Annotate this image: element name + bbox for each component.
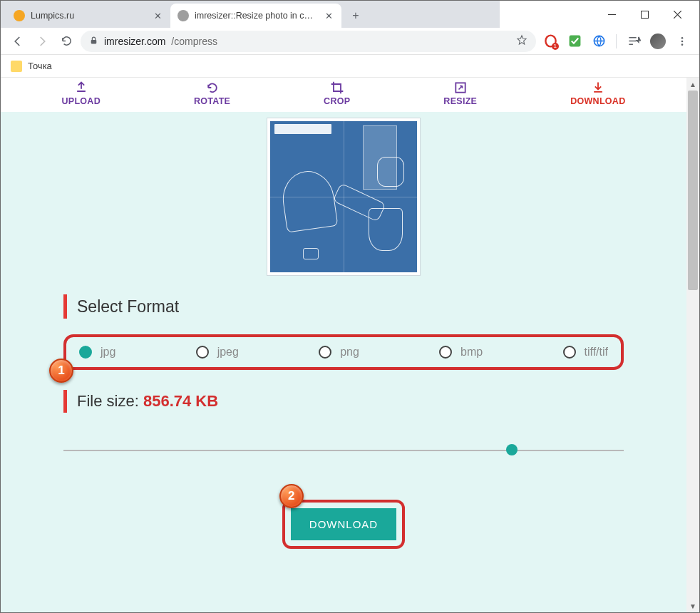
crop-icon [330,81,344,95]
bookmark-folder-icon [11,61,22,72]
step-crop[interactable]: CROP [324,81,350,106]
svg-rect-1 [641,11,648,18]
svg-rect-2 [91,39,97,43]
rotate-icon [205,81,220,95]
download-annotation-box: DOWNLOAD 2 [282,500,405,549]
step-label: ROTATE [194,96,230,106]
file-size-text: File size: 856.74 KB [77,392,218,411]
back-button[interactable] [8,31,28,51]
image-preview-area [1,116,686,289]
favicon-icon [14,10,25,21]
new-tab-button[interactable]: + [346,6,366,26]
slider-track [63,450,624,451]
favicon-icon [177,10,189,21]
download-button-wrap: DOWNLOAD 2 [1,500,686,549]
tab-lumpics[interactable]: Lumpics.ru ✕ [6,4,170,28]
url-path: /compress [171,36,217,47]
extension-badge: 1 [552,43,559,50]
radio-icon [196,346,209,359]
image-preview-frame [267,118,421,276]
format-label: tiff/tif [585,346,609,359]
url-host: imresizer.com [104,36,165,47]
vertical-scrollbar[interactable]: ▲ ▼ [686,78,699,612]
address-bar[interactable]: imresizer.com/compress [81,31,536,52]
radio-icon [563,346,576,359]
tab-close-icon[interactable]: ✕ [152,10,163,21]
annotation-badge-1: 1 [49,359,73,383]
toolbar-divider [616,34,617,48]
step-label: UPLOAD [61,96,101,106]
annotation-badge-text: 1 [58,364,64,378]
step-upload[interactable]: UPLOAD [61,81,101,106]
reading-list-icon[interactable] [624,31,644,51]
file-size-row: File size: 856.74 KB [63,390,686,413]
extension-globe-icon[interactable] [589,31,609,51]
scroll-up-arrow-icon[interactable]: ▲ [686,78,699,91]
format-label: jpg [101,346,115,359]
extension-opera-icon[interactable]: 1 [540,31,560,51]
heading-accent-bar [63,294,67,319]
step-label: DOWNLOAD [570,96,625,106]
page-content: UPLOAD ROTATE CROP RESIZE DOWNLOAD [1,78,686,612]
file-size-label: File size: [77,392,143,410]
heading-accent-bar [63,390,67,413]
format-bmp[interactable]: bmp [439,346,483,359]
tab-strip: Lumpics.ru ✕ imresizer::Resize photo in … [1,1,500,28]
window-maximize-button[interactable] [628,4,661,25]
forward-button[interactable] [32,31,52,51]
step-rotate[interactable]: ROTATE [194,81,230,106]
bookmarks-bar: Точка [1,55,699,78]
slider-thumb[interactable] [506,444,518,455]
tab-imresizer[interactable]: imresizer::Resize photo in cm, mm ✕ [170,4,341,28]
star-icon[interactable] [516,34,527,48]
svg-rect-0 [608,14,616,15]
menu-button[interactable] [672,31,692,51]
annotation-badge-2: 2 [279,484,304,508]
radio-icon [439,346,452,359]
annotation-badge-text: 2 [288,489,294,503]
step-resize[interactable]: RESIZE [443,81,477,106]
step-download[interactable]: DOWNLOAD [570,81,625,106]
upload-icon [74,81,88,95]
lock-icon [89,36,98,47]
window-close-button[interactable] [661,4,694,25]
window-minimize-button[interactable] [595,4,628,25]
browser-toolbar: imresizer.com/compress 1 [1,28,699,55]
browser-window: Lumpics.ru ✕ imresizer::Resize photo in … [0,0,700,613]
steps-nav: UPLOAD ROTATE CROP RESIZE DOWNLOAD [1,78,686,112]
tab-title: Lumpics.ru [31,11,146,21]
reload-button[interactable] [56,31,76,51]
scroll-down-arrow-icon[interactable]: ▼ [686,599,699,612]
format-jpg[interactable]: jpg [79,346,115,359]
format-label: png [340,346,359,359]
extension-check-icon[interactable] [565,31,585,51]
bookmark-item[interactable]: Точка [28,61,52,71]
tab-close-icon[interactable]: ✕ [323,10,334,21]
format-label: jpeg [217,346,239,359]
heading-text: Select Format [77,297,179,316]
format-options-annotation: jpg jpeg png bmp [63,334,624,370]
step-label: RESIZE [443,96,477,106]
select-format-heading: Select Format [63,289,686,326]
format-label: bmp [460,346,483,359]
radio-icon [319,346,331,359]
format-options-wrap: jpg jpeg png bmp [63,334,624,370]
tab-title: imresizer::Resize photo in cm, mm [195,11,317,21]
image-preview [270,121,417,272]
scrollbar-thumb[interactable] [688,91,698,290]
resize-icon [453,81,468,95]
svg-point-6 [681,37,684,39]
download-icon [591,81,605,95]
svg-point-7 [681,40,684,42]
step-label: CROP [324,96,350,106]
format-jpeg[interactable]: jpeg [196,346,239,359]
quality-slider[interactable] [63,441,624,458]
radio-icon [79,346,92,359]
svg-point-8 [681,43,684,46]
format-tiff[interactable]: tiff/tif [563,346,609,359]
format-png[interactable]: png [319,346,359,359]
viewport: UPLOAD ROTATE CROP RESIZE DOWNLOAD [1,78,699,612]
file-size-value: 856.74 KB [143,392,218,410]
profile-avatar[interactable] [648,31,668,51]
download-button[interactable]: DOWNLOAD [291,508,396,540]
